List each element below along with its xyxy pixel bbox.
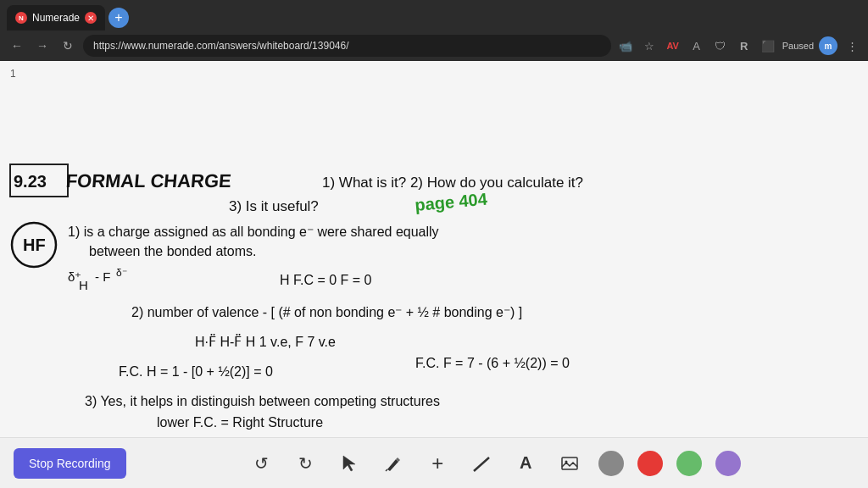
- forward-button[interactable]: →: [32, 36, 53, 56]
- add-tool-button[interactable]: +: [422, 448, 453, 479]
- menu-icon[interactable]: ⋮: [843, 36, 861, 55]
- pen-tool-button[interactable]: [378, 448, 409, 479]
- undo-button[interactable]: ↺: [246, 448, 276, 479]
- svg-text:2) number of valence - [ (# of: 2) number of valence - [ (# of non bondi…: [131, 305, 522, 319]
- account-icon[interactable]: A: [687, 36, 706, 55]
- svg-text:H F.C = 0     F = 0: H F.C = 0 F = 0: [280, 273, 372, 287]
- whiteboard[interactable]: 1 9.23 FORMAL CHARGE 1) What is it? 2) H…: [0, 61, 868, 437]
- color-gray-swatch[interactable]: [598, 451, 624, 476]
- select-tool-button[interactable]: [334, 448, 364, 479]
- browser-chrome: N Numerade ✕ + ← → ↻ 📹 ☆ AV A 🛡 R ⬛ Paus…: [0, 0, 868, 61]
- svg-text:1) What is it?   2) How do you: 1) What is it? 2) How do you calculate i…: [322, 175, 583, 191]
- color-purple-swatch[interactable]: [715, 451, 741, 476]
- toolbar-tools: ↺ ↻ + A: [133, 448, 854, 479]
- stop-recording-button[interactable]: Stop Recording: [14, 448, 126, 479]
- address-input[interactable]: [83, 35, 611, 57]
- cast-icon[interactable]: ⬛: [759, 36, 777, 55]
- svg-text:F.C. H = 1 - [0 + ½(2)] = 0: F.C. H = 1 - [0 + ½(2)] = 0: [119, 364, 273, 379]
- user-avatar[interactable]: m: [819, 36, 837, 55]
- page-number: 1: [10, 68, 16, 80]
- text-tool-button[interactable]: A: [510, 448, 541, 479]
- svg-line-23: [474, 458, 489, 471]
- bottom-toolbar: Stop Recording ↺ ↻ +: [0, 437, 868, 488]
- camera-icon[interactable]: 📹: [616, 36, 635, 55]
- svg-text:FORMAL  CHARGE: FORMAL CHARGE: [65, 170, 232, 191]
- new-tab-button[interactable]: +: [108, 8, 129, 28]
- reload-button[interactable]: ↻: [58, 36, 78, 56]
- line-tool-button[interactable]: [466, 448, 497, 479]
- svg-text:δ⁻: δ⁻: [116, 267, 127, 279]
- star-icon[interactable]: ☆: [640, 36, 659, 55]
- svg-text:H: H: [79, 278, 88, 292]
- extensions-icon[interactable]: AV: [664, 36, 682, 55]
- svg-text:between the bonded atoms.: between the bonded atoms.: [89, 244, 256, 258]
- svg-text:3) Yes, it helps  in distingui: 3) Yes, it helps in distinguish between …: [85, 394, 440, 408]
- tab-title: Numerade: [32, 12, 80, 24]
- paused-badge: Paused: [782, 41, 814, 51]
- active-tab[interactable]: N Numerade ✕: [7, 5, 105, 30]
- svg-text:1) is a charge assigned as all: 1) is a charge assigned as all bonding e…: [68, 225, 439, 239]
- svg-text:HF: HF: [23, 236, 46, 254]
- whiteboard-svg: 9.23 FORMAL CHARGE 1) What is it? 2) How…: [0, 61, 868, 437]
- svg-line-22: [386, 469, 387, 471]
- shield-icon[interactable]: 🛡: [711, 36, 730, 55]
- svg-rect-24: [562, 458, 577, 469]
- color-red-swatch[interactable]: [637, 451, 663, 476]
- svg-text:H·F̈     H-F̈      H 1 v.e, F : H·F̈ H-F̈ H 1 v.e, F 7 v.e: [195, 334, 336, 349]
- r-icon[interactable]: R: [735, 36, 754, 55]
- redo-button[interactable]: ↻: [290, 448, 320, 479]
- browser-toolbar-icons: 📹 ☆ AV A 🛡 R ⬛ Paused m ⋮: [616, 36, 861, 55]
- tab-favicon: N: [15, 12, 27, 24]
- back-button[interactable]: ←: [7, 36, 27, 56]
- address-bar-row: ← → ↻ 📹 ☆ AV A 🛡 R ⬛ Paused m ⋮: [0, 30, 868, 61]
- svg-text:lower F.C. = Right  Structure: lower F.C. = Right Structure: [157, 415, 323, 430]
- svg-text:F.C. F = 7 - (6 + ½(2)) = 0: F.C. F = 7 - (6 + ½(2)) = 0: [415, 356, 570, 370]
- tab-bar: N Numerade ✕ +: [0, 0, 868, 30]
- svg-text:- F: - F: [95, 269, 110, 284]
- color-green-swatch[interactable]: [676, 451, 702, 476]
- svg-marker-21: [343, 456, 355, 471]
- main-content: 1 9.23 FORMAL CHARGE 1) What is it? 2) H…: [0, 61, 868, 488]
- tab-close-button[interactable]: ✕: [85, 12, 97, 24]
- image-tool-button[interactable]: [554, 448, 585, 479]
- svg-text:3) Is it useful?: 3) Is it useful?: [229, 198, 319, 214]
- svg-text:9.23: 9.23: [14, 172, 47, 191]
- svg-text:page 404: page 404: [414, 190, 488, 214]
